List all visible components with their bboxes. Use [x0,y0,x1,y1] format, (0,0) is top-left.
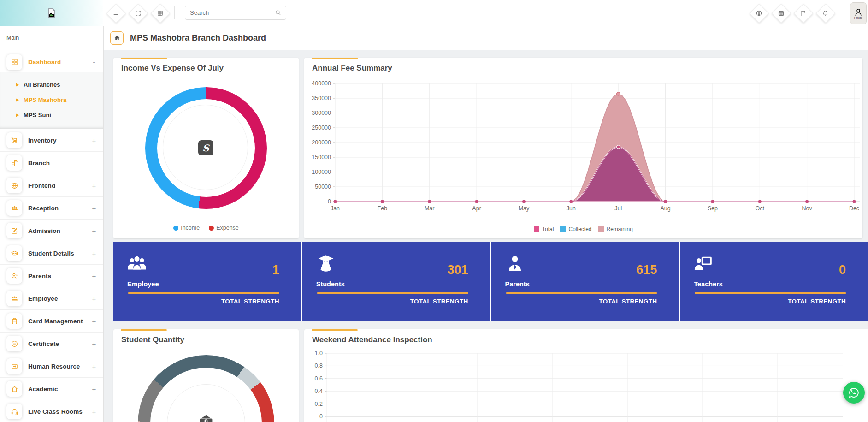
globe-icon [749,3,768,23]
card-accent [121,58,167,59]
svg-text:Jun: Jun [567,205,576,212]
legend-item-collected[interactable]: Collected [560,226,591,232]
stat-divider [128,292,279,294]
sidebar-item-label: Admission [28,227,85,234]
sidebar-subitem-mps-mashobra[interactable]: MPS Mashobra [0,92,103,107]
card-accent [121,329,167,331]
legend-swatch [598,226,604,232]
sidebar-subitem-mps-suni[interactable]: MPS Suni [0,107,103,123]
svg-text:Dec: Dec [849,205,859,212]
stat-label: Employee [127,280,159,288]
search-input[interactable] [185,9,275,16]
sidebar-item-branch[interactable]: Branch [0,151,103,174]
stat-card-parents: 615ParentsTOTAL STRENGTH [491,242,679,321]
sidebar-item-label: Certificate [28,340,85,347]
expand-toggle[interactable]: + [91,204,97,212]
sidebar-item-card-management[interactable]: Card Management+ [0,309,103,332]
expand-toggle[interactable]: + [91,363,97,370]
expand-toggle[interactable]: + [91,250,97,257]
annual-fee-title: Annual Fee Summary [312,64,392,73]
legend-item-income[interactable]: Income [173,225,200,231]
fullscreen-button[interactable] [128,3,148,23]
svg-text:50000: 50000 [315,184,331,190]
logo-area[interactable] [0,0,103,26]
user-avatar[interactable]: Photo [850,2,867,24]
svg-text:100000: 100000 [312,169,331,175]
sidebar-item-admission[interactable]: Admission+ [0,219,103,242]
branch-icon [6,155,22,171]
home-button[interactable] [110,31,124,45]
hamburger-button[interactable] [106,3,125,23]
sidebar-item-certificate[interactable]: Certificate+ [0,332,103,355]
s-logo-badge: S [198,140,213,155]
stat-value: 615 [636,263,657,277]
sidebar-subitem-all-branches[interactable]: All Branches [0,77,103,92]
breadcrumb: MPS Mashobra Branch Dashboard [103,26,868,50]
charts-row-bottom: Student Quantity Weekend Attendance Insp… [113,329,868,422]
sidebar: Main Dashboard-All BranchesMPS MashobraM… [0,26,104,422]
bell-button[interactable] [815,3,835,23]
legend-item-remaining[interactable]: Remaining [598,226,633,232]
annual-fee-card: Annual Fee Summary 050000100000150000200… [304,58,862,238]
sidebar-item-label: Academic [28,386,85,392]
sidebar-subitem-label: MPS Suni [24,112,51,119]
expand-toggle[interactable]: + [91,408,97,416]
legend-swatch [560,226,566,232]
student-quantity-title: Student Quantity [121,335,184,345]
weekend-attendance-card: Weekend Attendance Inspection 1.00.80.60… [304,329,868,422]
globe-button[interactable] [749,3,768,23]
parent-icon [504,253,526,274]
calendar-button[interactable] [771,3,791,23]
legend-item-expense[interactable]: Expense [209,225,239,231]
whatsapp-button[interactable] [843,382,865,404]
sidebar-item-human-resource[interactable]: Human Resource+ [0,355,103,377]
grid-button[interactable] [150,3,170,23]
sidebar-item-parents[interactable]: Parents+ [0,264,103,287]
sidebar-item-frontend[interactable]: Frontend+ [0,174,103,196]
inventory-icon [6,132,22,148]
bell-icon [815,3,835,23]
svg-text:300000: 300000 [312,110,331,116]
live-class-icon [6,404,22,419]
sidebar-item-student-details[interactable]: Student Details+ [0,242,103,264]
expand-toggle[interactable]: + [91,295,97,303]
expand-toggle[interactable]: + [91,317,97,325]
sidebar-section-label: Main [0,26,103,52]
top-header: Photo [0,0,868,26]
stat-value: 301 [447,263,468,277]
dashboard-page: Photo Main Dashboard-All BranchesMPS Mas… [0,0,868,422]
expand-toggle[interactable]: + [91,385,97,393]
caret-right-icon [16,98,19,102]
expand-toggle[interactable]: + [91,182,97,190]
legend-item-total[interactable]: Total [534,226,554,232]
stat-caption: TOTAL STRENGTH [410,298,468,305]
expand-toggle[interactable]: + [91,272,97,280]
sidebar-item-reception[interactable]: Reception+ [0,196,103,219]
sidebar-item-label: Parents [28,273,85,279]
sidebar-item-dashboard[interactable]: Dashboard- [0,52,103,72]
income-expense-donut-chart: S [145,87,267,209]
sidebar-item-academic[interactable]: Academic+ [0,377,103,400]
broken-logo-icon [46,7,58,19]
expand-toggle[interactable]: + [91,340,97,348]
certificate-icon [6,336,22,351]
svg-text:Jan: Jan [331,205,340,212]
sidebar-item-label: Card Management [28,318,85,325]
sidebar-item-label: Employee [28,295,85,302]
fullscreen-icon [128,3,148,23]
svg-text:0.2: 0.2 [315,401,323,407]
sidebar-item-employee[interactable]: Employee+ [0,287,103,309]
expand-toggle[interactable]: - [91,58,97,66]
svg-text:Jul: Jul [614,205,622,212]
card-management-icon [6,313,22,329]
sidebar-item-live-class-rooms[interactable]: Live Class Rooms+ [0,400,103,422]
expand-toggle[interactable]: + [91,137,97,144]
expand-toggle[interactable]: + [91,227,97,235]
svg-text:250000: 250000 [312,125,331,131]
stat-card-students: 301StudentsTOTAL STRENGTH [302,242,490,321]
svg-text:May: May [519,205,530,212]
sidebar-item-inventory[interactable]: Inventory+ [0,129,103,151]
stats-row: 1EmployeeTOTAL STRENGTH301StudentsTOTAL … [113,242,868,321]
sidebar-item-label: Live Class Rooms [28,408,85,415]
flag-button[interactable] [793,3,813,23]
